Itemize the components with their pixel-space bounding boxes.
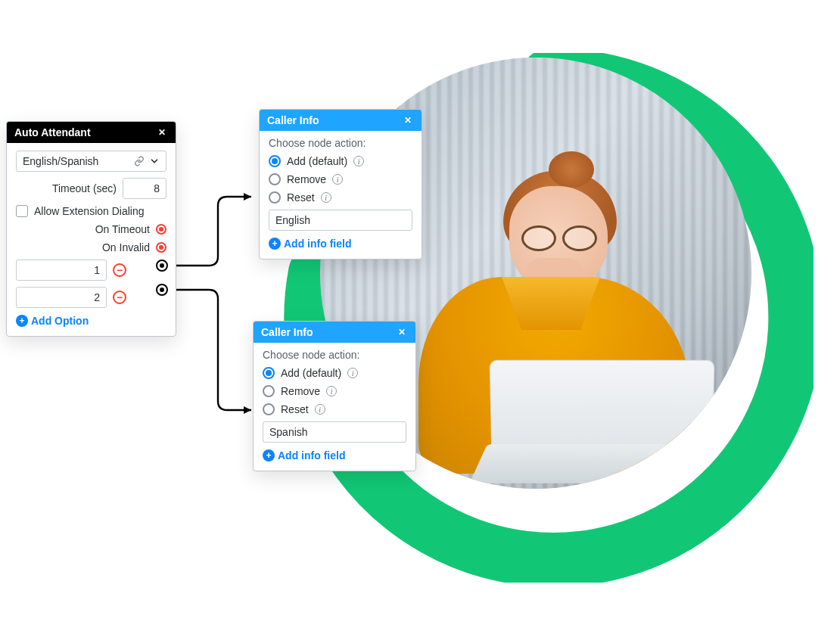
- chevron-down-icon: [149, 156, 160, 166]
- action-radio-row[interactable]: Reset: [263, 403, 406, 415]
- add-info-field-label: Add info field: [284, 238, 351, 250]
- allow-extension-label: Allow Extension Dialing: [34, 205, 145, 217]
- action-label: Remove: [281, 385, 320, 397]
- timeout-label: Timeout (sec): [52, 182, 117, 194]
- add-info-field-button[interactable]: + Add info field: [263, 449, 345, 462]
- caller-info-header: Caller Info: [260, 110, 422, 131]
- add-option-button[interactable]: + Add Option: [16, 315, 89, 327]
- close-icon[interactable]: [402, 114, 414, 126]
- info-icon[interactable]: [315, 404, 325, 415]
- on-timeout-label: On Timeout: [95, 223, 150, 235]
- info-field-input[interactable]: [263, 421, 406, 443]
- plus-icon: +: [263, 449, 275, 462]
- language-select[interactable]: English/Spanish: [16, 151, 166, 172]
- action-label: Add (default): [281, 367, 341, 379]
- link-icon: [134, 156, 145, 166]
- radio-selected-icon: [263, 367, 275, 379]
- action-label: Add (default): [287, 155, 347, 167]
- plus-icon: +: [269, 238, 281, 250]
- caller-info-panel: Caller Info Choose node action: Add (def…: [259, 109, 422, 260]
- option-input[interactable]: [16, 287, 107, 308]
- caller-subtitle: Choose node action:: [263, 349, 406, 361]
- plus-icon: +: [16, 315, 28, 327]
- action-radio-row[interactable]: Add (default): [269, 155, 412, 167]
- caller-subtitle: Choose node action:: [269, 137, 412, 149]
- info-icon[interactable]: [326, 386, 337, 396]
- radio-unselected-icon: [263, 385, 275, 397]
- info-field-input[interactable]: [269, 210, 412, 231]
- caller-info-title: Caller Info: [261, 326, 313, 338]
- add-option-label: Add Option: [31, 315, 89, 327]
- option-row: −: [16, 260, 166, 281]
- language-value: English/Spanish: [23, 155, 98, 167]
- action-radio-row[interactable]: Remove: [269, 173, 412, 185]
- on-invalid-indicator[interactable]: [156, 242, 166, 253]
- auto-attendant-header: Auto Attendant: [7, 122, 176, 143]
- caller-info-panel: Caller Info Choose node action: Add (def…: [253, 321, 416, 471]
- caller-info-header: Caller Info: [254, 322, 415, 343]
- radio-unselected-icon: [269, 191, 281, 204]
- info-icon[interactable]: [321, 192, 331, 203]
- option-row: −: [16, 287, 166, 308]
- close-icon[interactable]: [396, 326, 408, 338]
- info-icon[interactable]: [347, 368, 358, 378]
- caller-info-title: Caller Info: [267, 114, 319, 126]
- action-label: Reset: [281, 403, 309, 415]
- remove-option-button[interactable]: −: [113, 263, 126, 277]
- svg-marker-0: [244, 193, 251, 200]
- info-icon[interactable]: [353, 156, 364, 166]
- allow-extension-checkbox[interactable]: [16, 205, 28, 217]
- action-label: Reset: [287, 191, 315, 204]
- on-invalid-label: On Invalid: [102, 241, 150, 253]
- radio-unselected-icon: [269, 173, 281, 185]
- close-icon[interactable]: [156, 126, 168, 138]
- radio-unselected-icon: [263, 403, 275, 415]
- action-radio-row[interactable]: Remove: [263, 385, 406, 397]
- on-timeout-indicator[interactable]: [156, 224, 166, 235]
- svg-marker-1: [244, 406, 251, 414]
- action-radio-row[interactable]: Reset: [269, 191, 412, 204]
- timeout-input[interactable]: [123, 178, 166, 199]
- action-radio-row[interactable]: Add (default): [263, 367, 406, 379]
- option-input[interactable]: [16, 260, 107, 281]
- remove-option-button[interactable]: −: [113, 291, 126, 304]
- info-icon[interactable]: [332, 174, 343, 185]
- flow-node[interactable]: [156, 284, 168, 296]
- add-info-field-button[interactable]: + Add info field: [269, 238, 351, 250]
- radio-selected-icon: [269, 155, 281, 167]
- action-label: Remove: [287, 173, 326, 185]
- flow-node[interactable]: [156, 260, 168, 272]
- auto-attendant-panel: Auto Attendant English/Spanish: [6, 121, 176, 337]
- auto-attendant-title: Auto Attendant: [14, 126, 91, 138]
- add-info-field-label: Add info field: [278, 449, 345, 462]
